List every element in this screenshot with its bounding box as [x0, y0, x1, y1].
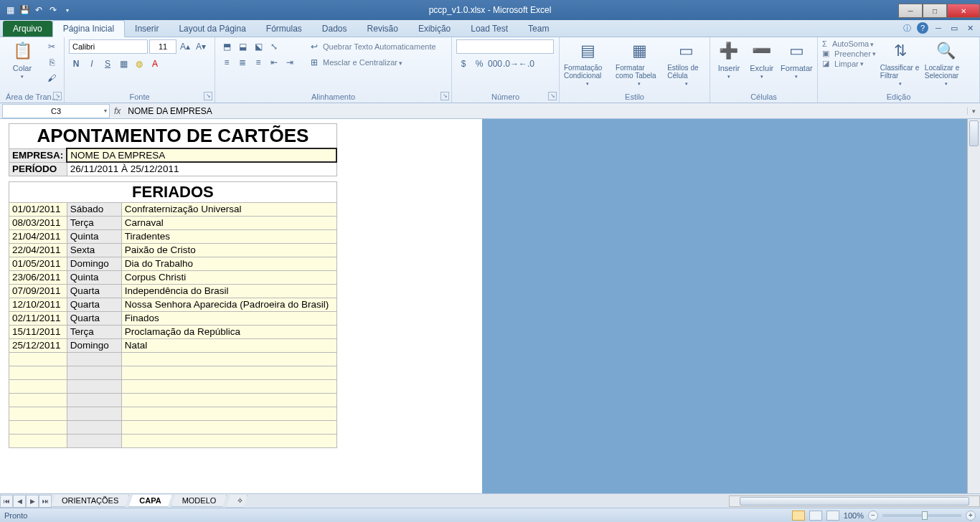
- cell-date[interactable]: [9, 407, 67, 420]
- number-format-combo[interactable]: [456, 39, 554, 54]
- cell-date[interactable]: [9, 379, 67, 393]
- align-bottom-icon[interactable]: ⬕: [251, 39, 265, 54]
- font-size-combo[interactable]: [149, 39, 176, 54]
- align-launcher[interactable]: ↘: [440, 92, 449, 100]
- cell-day[interactable]: Quarta: [67, 311, 121, 325]
- fill-button[interactable]: ▣ Preencher ▾: [822, 49, 876, 58]
- redo-icon[interactable]: ↷: [47, 4, 59, 16]
- indent-increase-icon[interactable]: ⇥: [283, 55, 297, 70]
- table-row[interactable]: [9, 366, 337, 379]
- cell-day[interactable]: Sexta: [67, 243, 121, 257]
- table-row[interactable]: [9, 407, 337, 420]
- decrease-font-icon[interactable]: A▾: [194, 39, 208, 54]
- undo-icon[interactable]: ↶: [33, 4, 44, 16]
- feriados-header[interactable]: FERIADOS: [9, 181, 337, 202]
- cell-desc[interactable]: Dia do Trabalho: [121, 257, 336, 270]
- cell-desc[interactable]: [121, 393, 336, 407]
- cell-date[interactable]: [9, 420, 67, 434]
- minimize-ribbon-icon[interactable]: ⓘ: [901, 22, 913, 34]
- vertical-scrollbar[interactable]: [967, 119, 980, 493]
- tab-home[interactable]: Página Inicial: [52, 20, 125, 37]
- wrap-text-button[interactable]: ↩Quebrar Texto Automaticamente: [307, 39, 436, 54]
- window-restore-icon[interactable]: ▭: [948, 22, 960, 34]
- format-painter-icon[interactable]: 🖌: [44, 71, 59, 85]
- empresa-label[interactable]: EMPRESA:: [9, 148, 67, 162]
- table-row[interactable]: 25/12/2011DomingoNatal: [9, 338, 337, 352]
- cell-date[interactable]: [9, 352, 67, 366]
- cell-date[interactable]: 15/11/2011: [9, 325, 67, 338]
- new-sheet-button[interactable]: ✧: [226, 495, 248, 508]
- qat-custom-icon[interactable]: ▾: [62, 4, 73, 16]
- window-min-icon[interactable]: ─: [933, 22, 944, 34]
- table-row[interactable]: 01/01/2011SábadoConfraternização Univers…: [9, 202, 337, 216]
- vscroll-thumb[interactable]: [969, 120, 979, 146]
- tab-loadtest[interactable]: Load Test: [461, 21, 518, 37]
- sheet-tab[interactable]: CAPA: [128, 495, 171, 507]
- cell-day[interactable]: Domingo: [67, 257, 121, 270]
- cell-day[interactable]: [67, 420, 121, 434]
- table-row[interactable]: [9, 393, 337, 407]
- horizontal-scrollbar[interactable]: [729, 495, 980, 507]
- border-icon[interactable]: ▦: [116, 57, 131, 71]
- save-icon[interactable]: 💾: [19, 4, 30, 16]
- table-row[interactable]: [9, 434, 337, 447]
- cell-day[interactable]: [67, 434, 121, 447]
- cell-day[interactable]: Terça: [67, 216, 121, 229]
- cell-desc[interactable]: Nossa Senhora Aparecida (Padroeira do Br…: [121, 298, 336, 311]
- cell-desc[interactable]: Corpus Christi: [121, 270, 336, 284]
- format-cells-button[interactable]: ▭Formatar▾: [781, 39, 813, 80]
- view-normal-icon[interactable]: [792, 511, 805, 521]
- format-as-table-button[interactable]: ▦Formatar como Tabela▾: [616, 39, 663, 87]
- periodo-value[interactable]: 26/11/2011 À 25/12/2011: [67, 162, 336, 176]
- cell-date[interactable]: [9, 434, 67, 447]
- cell-day[interactable]: Quarta: [67, 284, 121, 298]
- sheet-tab[interactable]: MODELO: [171, 495, 227, 507]
- cell-desc[interactable]: [121, 379, 336, 393]
- tab-data[interactable]: Dados: [312, 21, 357, 37]
- conditional-formatting-button[interactable]: ▤Formatação Condicional▾: [564, 39, 611, 87]
- cell-date[interactable]: [9, 366, 67, 379]
- autosum-button[interactable]: Σ AutoSoma ▾: [822, 39, 876, 48]
- table-row[interactable]: 07/09/2011QuartaIndependência do Brasil: [9, 284, 337, 298]
- cell-day[interactable]: [67, 379, 121, 393]
- sheet-nav-last[interactable]: ⏭: [39, 495, 52, 508]
- cell-date[interactable]: 23/06/2011: [9, 270, 67, 284]
- table-row[interactable]: 02/11/2011QuartaFinados: [9, 311, 337, 325]
- cell-desc[interactable]: [121, 352, 336, 366]
- find-select-button[interactable]: 🔍Localizar e Selecionar▾: [925, 39, 968, 87]
- cell-day[interactable]: Domingo: [67, 338, 121, 352]
- name-box[interactable]: C3: [2, 104, 110, 118]
- orientation-icon[interactable]: ⤡: [267, 39, 281, 54]
- tab-review[interactable]: Revisão: [357, 21, 408, 37]
- view-pagebreak-icon[interactable]: [826, 511, 839, 521]
- tab-insert[interactable]: Inserir: [125, 21, 169, 37]
- decrease-decimal-icon[interactable]: ←.0: [519, 57, 534, 71]
- cell-date[interactable]: 07/09/2011: [9, 284, 67, 298]
- cell-date[interactable]: [9, 393, 67, 407]
- cell-date[interactable]: 02/11/2011: [9, 311, 67, 325]
- table-row[interactable]: [9, 352, 337, 366]
- sheet-nav-prev[interactable]: ◀: [13, 495, 26, 508]
- cell-date[interactable]: 21/04/2011: [9, 229, 67, 243]
- sheet-nav-next[interactable]: ▶: [26, 495, 39, 508]
- cell-desc[interactable]: Tiradentes: [121, 229, 336, 243]
- close-button[interactable]: ✕: [947, 4, 980, 18]
- tab-view[interactable]: Exibição: [408, 21, 461, 37]
- cell-desc[interactable]: Paixão de Cristo: [121, 243, 336, 257]
- table-row[interactable]: 21/04/2011QuintaTiradentes: [9, 229, 337, 243]
- sheet-tab[interactable]: ORIENTAÇÕES: [51, 495, 129, 507]
- underline-button[interactable]: S: [100, 57, 115, 71]
- minimize-button[interactable]: ─: [898, 4, 923, 18]
- cell-day[interactable]: Quinta: [67, 270, 121, 284]
- cell-day[interactable]: [67, 407, 121, 420]
- increase-decimal-icon[interactable]: .0→: [504, 57, 518, 71]
- cell-date[interactable]: 01/05/2011: [9, 257, 67, 270]
- worksheet-table[interactable]: APONTAMENTO DE CARTÕES EMPRESA: NOME DA …: [9, 123, 337, 448]
- sheet-nav-first[interactable]: ⏮: [0, 495, 13, 508]
- cell-desc[interactable]: Proclamação da República: [121, 325, 336, 338]
- table-row[interactable]: 08/03/2011TerçaCarnaval: [9, 216, 337, 229]
- align-center-icon[interactable]: ≣: [235, 55, 250, 70]
- merge-center-button[interactable]: ⊞Mesclar e Centralizar ▾: [307, 55, 436, 70]
- table-row[interactable]: [9, 379, 337, 393]
- clipboard-launcher[interactable]: ↘: [53, 92, 62, 100]
